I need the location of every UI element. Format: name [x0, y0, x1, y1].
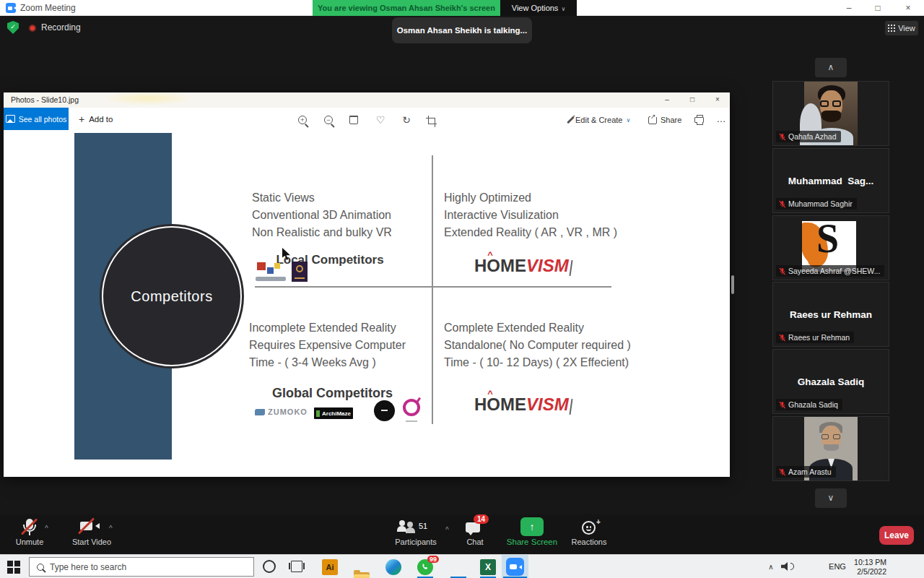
archimaze-logo: ArchiMaze: [314, 407, 353, 419]
participant-tile-sayeeda[interactable]: S Sayeeda Ashraf @SHEW...: [773, 216, 889, 280]
speaker-icon[interactable]: [781, 562, 790, 571]
local-competitor-logo-2: [292, 262, 308, 282]
file-explorer-icon[interactable]: [354, 572, 370, 578]
close-button[interactable]: ×: [899, 0, 918, 16]
photos-close-button[interactable]: ×: [707, 92, 728, 108]
share-icon: ↗: [648, 116, 657, 124]
crop-icon: [428, 116, 437, 124]
participants-scroll-up-button[interactable]: ∧: [815, 58, 847, 77]
zumoko-icon: [255, 409, 265, 415]
start-video-button[interactable]: ^ Start Video: [61, 514, 130, 554]
muted-mic-icon: [779, 334, 785, 342]
talking-toast: Osman Ahsan Sheikh is talking...: [392, 17, 532, 43]
photos-titlebar[interactable]: Photos - Slide10.jpg – □ ×: [4, 92, 730, 108]
chat-badge: 14: [474, 514, 489, 524]
leave-button[interactable]: Leave: [879, 526, 914, 545]
zoom-in-icon: +: [298, 116, 307, 124]
text-cursor-artifact: [569, 260, 572, 276]
add-to-label: Add to: [89, 115, 113, 124]
photos-minimize-button[interactable]: –: [657, 92, 677, 108]
tray-chevron-up-icon[interactable]: ∧: [765, 559, 777, 575]
illustrator-icon[interactable]: Ai: [322, 559, 338, 575]
muted-mic-icon: [779, 267, 785, 275]
clock-date: 2/5/2022: [850, 567, 886, 577]
participant-avatar: S: [802, 221, 856, 272]
speaker-wave: [790, 563, 794, 570]
whatsapp-badge: 99: [427, 556, 439, 563]
participant-name-tag: Raees ur Rehman: [776, 332, 854, 343]
text-cursor-artifact: [569, 399, 572, 415]
zumoko-logo: ZUMOKO: [255, 407, 308, 416]
participants-button[interactable]: 51 ^ Participants: [379, 514, 458, 554]
language-indicator[interactable]: ENG: [827, 555, 847, 578]
print-button[interactable]: [689, 111, 708, 129]
task-view-icon[interactable]: [291, 561, 302, 572]
whatsapp-icon[interactable]: 99: [417, 559, 433, 575]
participant-name-tag: Sayeeda Ashraf @SHEW...: [776, 265, 884, 277]
view-options-label: View Options: [512, 4, 559, 12]
global-competitors-heading: Global Competitors: [255, 386, 410, 401]
crop-button[interactable]: [423, 111, 442, 129]
chevron-down-icon: ∨: [626, 117, 630, 124]
participant-tile-qahafa[interactable]: Qahafa Azhad: [773, 82, 889, 145]
add-to-button[interactable]: + Add to: [79, 108, 113, 130]
scrollbar-thumb[interactable]: [731, 275, 734, 294]
chevron-up-icon[interactable]: ^: [445, 526, 449, 534]
taskbar-search-box[interactable]: Type here to search: [29, 557, 254, 577]
dark-circle-logo: [374, 400, 395, 421]
participant-tile-muhammad[interactable]: Muhammad Sag... Muhammad Saghir: [773, 149, 889, 212]
rotate-icon: ↻: [402, 114, 411, 126]
search-placeholder: Type here to search: [50, 562, 126, 572]
quadrant-bottom-right-text: Complete Extended Reality Standalone( No…: [444, 319, 631, 371]
view-options-dropdown[interactable]: View Options∨: [500, 0, 577, 16]
viewing-screen-banner: You are viewing Osman Ahsan Sheikh's scr…: [313, 0, 500, 16]
archimaze-icon: [316, 410, 320, 417]
zoom-out-button[interactable]: −: [319, 111, 338, 129]
homevism-logo-2: HO^MEVISM: [474, 394, 572, 415]
chevron-down-icon: ∨: [561, 6, 565, 12]
cortana-icon[interactable]: [263, 560, 276, 573]
security-shield-icon[interactable]: ✓: [7, 21, 19, 34]
chat-icon: [466, 522, 480, 532]
maximize-button[interactable]: □: [868, 0, 887, 16]
start-button[interactable]: [7, 561, 20, 574]
see-all-photos-button[interactable]: See all photos: [4, 108, 69, 130]
participant-tile-azam[interactable]: Azam Arastu: [773, 417, 889, 480]
photos-maximize-button[interactable]: □: [682, 92, 702, 108]
plus-icon: +: [79, 113, 84, 125]
chat-button[interactable]: 14 Chat: [453, 514, 497, 554]
share-button[interactable]: ↗ Share: [648, 111, 681, 129]
unmute-button[interactable]: ^ Unmute: [0, 514, 65, 554]
zoom-taskbar-icon[interactable]: [506, 558, 524, 576]
chevron-up-icon[interactable]: ^: [109, 525, 113, 532]
window-title: Zoom Meeting: [20, 0, 76, 16]
participants-icon: [399, 520, 405, 526]
chevron-up-icon[interactable]: ^: [45, 525, 48, 532]
edit-and-create-label: Edit & Create: [575, 116, 622, 124]
favorite-button[interactable]: ♡: [371, 111, 390, 129]
view-layout-button[interactable]: View: [885, 21, 918, 35]
phone-glyph: [421, 563, 430, 571]
taskbar-clock[interactable]: 10:13 PM 2/5/2022: [850, 558, 886, 577]
excel-icon[interactable]: X: [480, 559, 496, 575]
zoom-out-icon: −: [324, 116, 333, 124]
participant-name-tag: Ghazala Sadiq: [776, 399, 842, 410]
participant-tile-ghazala[interactable]: Ghazala Sadiq Ghazala Sadiq: [773, 350, 889, 413]
zoom-in-button[interactable]: +: [293, 111, 312, 129]
participants-count: 51: [419, 522, 427, 530]
reactions-button[interactable]: + Reactions: [563, 514, 615, 554]
competitors-label: Competitors: [131, 288, 212, 305]
quadrant-horizontal-divider: [255, 286, 611, 288]
grid-icon: [888, 25, 889, 26]
minimize-button[interactable]: –: [840, 0, 858, 16]
rotate-button[interactable]: ↻: [397, 111, 416, 129]
more-options-button[interactable]: …: [713, 111, 729, 129]
see-all-photos-label: See all photos: [19, 115, 67, 124]
edit-and-create-button[interactable]: Edit & Create ∨: [570, 111, 630, 129]
participants-scroll-down-button[interactable]: ∨: [815, 488, 847, 508]
share-screen-button[interactable]: ↑ Share Screen: [492, 514, 572, 554]
participant-tile-raees[interactable]: Raees ur Rehman Raees ur Rehman: [773, 282, 889, 346]
delete-button[interactable]: [344, 111, 363, 129]
browser-icon[interactable]: [385, 559, 401, 575]
photos-window-title: Photos - Slide10.jpg: [11, 92, 79, 108]
